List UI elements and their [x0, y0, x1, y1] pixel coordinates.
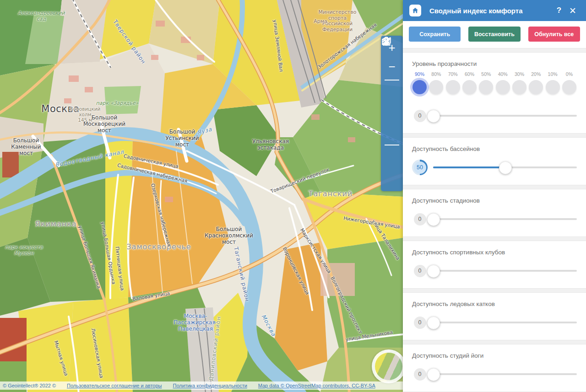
slider-value: 0: [414, 317, 426, 329]
panel-body: СохранитьВосстановитьОбнулить все Уровен…: [403, 21, 586, 392]
criterion-slider[interactable]: [433, 368, 577, 380]
transparency-option-label: 0%: [566, 71, 573, 77]
comfort-index-panel: Сводный индекс комфорта ? ✕ СохранитьВос…: [403, 0, 586, 392]
terms-link[interactable]: Пользовательское соглашение и авторы: [67, 383, 162, 388]
transparency-slider-row: 0: [412, 108, 577, 124]
transparency-option-circle[interactable]: [429, 80, 443, 94]
transparency-option-10%[interactable]: 10%: [545, 71, 560, 94]
transparency-option-circle[interactable]: [462, 80, 477, 94]
transparency-option-30%[interactable]: 30%: [512, 71, 527, 94]
map-areas-icon[interactable]: [383, 104, 401, 121]
transparency-option-0%[interactable]: 0%: [562, 71, 577, 94]
copyright-text: © Geointellect® 2022 ©: [3, 383, 56, 388]
eraser-icon[interactable]: [383, 150, 401, 166]
map-graphics: [0, 0, 403, 392]
transparency-option-label: 80%: [431, 71, 441, 77]
transparency-option-circle[interactable]: [512, 80, 526, 94]
slider-value: 0: [414, 265, 426, 277]
transparency-option-circle[interactable]: [479, 80, 493, 94]
action-buttons: СохранитьВосстановитьОбнулить все: [403, 21, 586, 48]
criterion-label: Доступность ледовых катков: [412, 301, 577, 307]
panel-header: Сводный индекс комфорта ? ✕: [403, 0, 586, 21]
transparency-option-90%[interactable]: 90%: [412, 71, 427, 94]
transparency-option-label: 90%: [415, 71, 424, 77]
attribution-bar: © Geointellect® 2022 © Пользовательское …: [0, 381, 403, 390]
close-icon[interactable]: ✕: [566, 5, 580, 16]
transparency-option-circle[interactable]: [562, 80, 576, 94]
transparency-options: 90%80%70%60%50%40%30%20%10%0%: [412, 71, 577, 94]
transparency-option-label: 20%: [531, 71, 541, 77]
overview-minimap[interactable]: [372, 349, 403, 383]
transparency-option-circle[interactable]: [529, 80, 543, 94]
transparency-option-80%[interactable]: 80%: [429, 71, 444, 94]
criteria-list: Доступность бассейнов50Доступность стади…: [403, 133, 586, 392]
criterion-slider[interactable]: [433, 265, 577, 277]
criterion-section: Доступность бассейнов50: [403, 138, 586, 185]
section-divider: [403, 236, 586, 241]
slider-value-badge: 0: [412, 108, 428, 124]
criterion-label: Доступность спортивных клубов: [412, 249, 577, 256]
map-toolbar: + −: [381, 36, 403, 191]
line-chart-icon[interactable]: [383, 124, 401, 140]
slider-value: 0: [414, 368, 426, 381]
toolbar-divider: [385, 145, 399, 145]
criterion-section: Доступность студий йоги0: [403, 344, 586, 392]
reset-all-button[interactable]: Обнулить все: [528, 27, 580, 42]
transparency-option-label: 40%: [498, 71, 508, 77]
slider-handle[interactable]: [427, 265, 440, 278]
transparency-label: Уровень прозрачности: [412, 60, 577, 67]
help-icon[interactable]: ?: [552, 6, 566, 15]
transparency-option-label: 10%: [548, 71, 558, 77]
criterion-section: Доступность ледовых катков0: [403, 293, 586, 340]
criterion-label: Доступность бассейнов: [412, 145, 577, 152]
criterion-section: Доступность стадионов0: [403, 189, 586, 236]
slider-handle[interactable]: [427, 368, 440, 381]
slider-value: 0: [414, 213, 426, 226]
transparency-option-circle[interactable]: [496, 80, 510, 94]
restore-button[interactable]: Восстановить: [468, 27, 520, 42]
transparency-option-60%[interactable]: 60%: [462, 71, 477, 94]
section-divider: [403, 340, 586, 344]
slider-handle[interactable]: [499, 161, 512, 174]
section-divider: [403, 48, 586, 53]
transparency-option-label: 30%: [515, 71, 524, 77]
slider-value-badge: 0: [412, 211, 428, 227]
slider-value-badge: 0: [412, 263, 428, 279]
slider-handle[interactable]: [427, 213, 440, 226]
save-button[interactable]: Сохранить: [409, 27, 461, 42]
panel-title: Сводный индекс комфорта: [429, 7, 552, 15]
layers-icon[interactable]: [383, 169, 401, 186]
zoom-out-button[interactable]: −: [383, 59, 401, 75]
transparency-section: Уровень прозрачности 90%80%70%60%50%40%3…: [403, 53, 586, 133]
criterion-slider[interactable]: [433, 161, 577, 173]
transparency-option-circle[interactable]: [546, 80, 560, 94]
privacy-link[interactable]: Политика конфиденциальности: [173, 383, 247, 388]
toolbar-divider: [385, 80, 399, 81]
transparency-option-20%[interactable]: 20%: [528, 71, 543, 94]
home-icon[interactable]: [409, 5, 421, 16]
transparency-option-circle[interactable]: [412, 80, 427, 94]
slider-value-badge: 0: [412, 366, 428, 382]
section-divider: [403, 288, 586, 293]
transparency-slider[interactable]: [433, 110, 577, 122]
criterion-slider[interactable]: [433, 213, 577, 225]
slider-value: 50: [414, 161, 426, 174]
slider-handle[interactable]: [427, 317, 440, 329]
transparency-option-70%[interactable]: 70%: [445, 71, 461, 94]
slider-value: 0: [414, 110, 426, 122]
transparency-option-label: 70%: [448, 71, 458, 77]
slider-handle[interactable]: [427, 110, 440, 123]
osm-attribution-link[interactable]: Map data © OpenStreetMap contributors, C…: [258, 383, 375, 388]
transparency-option-circle[interactable]: [446, 80, 460, 94]
slider-value-badge: 0: [412, 315, 428, 330]
transparency-option-50%[interactable]: 50%: [478, 71, 494, 94]
transparency-option-label: 60%: [465, 71, 474, 77]
slider-value-badge: 50: [412, 160, 428, 175]
map-canvas[interactable]: МоскваБоровицкийхолм145 мАлександровский…: [0, 0, 403, 392]
transparency-option-40%[interactable]: 40%: [495, 71, 510, 94]
app-window: МоскваБоровицкийхолм145 мАлександровский…: [0, 0, 586, 392]
criterion-label: Доступность студий йоги: [412, 352, 577, 359]
section-divider: [403, 133, 586, 138]
traffic-light-icon[interactable]: [383, 85, 401, 102]
criterion-slider[interactable]: [433, 317, 577, 328]
